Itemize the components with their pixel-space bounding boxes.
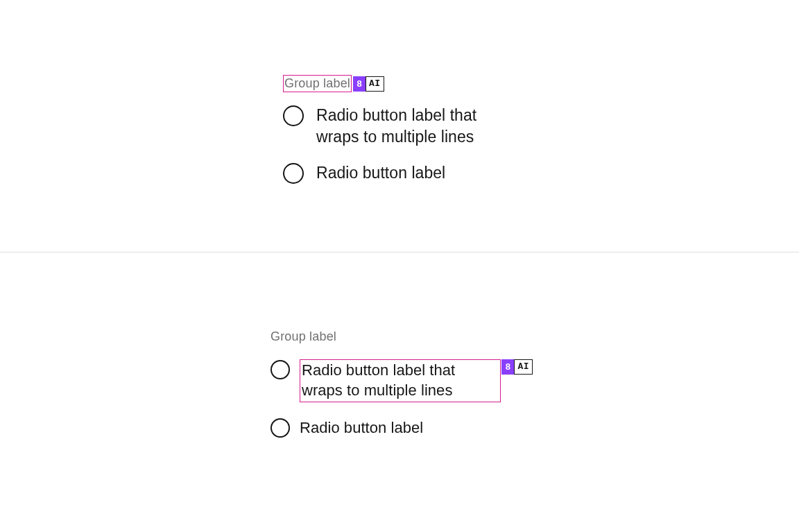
group-label: Group label bbox=[270, 329, 336, 345]
radio-label-highlight: Radio button label that wraps to multipl… bbox=[300, 359, 501, 402]
annotation-ai-badge: AI bbox=[366, 76, 384, 92]
radio-label: Radio button label bbox=[316, 162, 445, 183]
example-section-1: Group label 8 AI Radio button label that… bbox=[0, 0, 799, 252]
radio-circle-icon[interactable] bbox=[270, 360, 290, 379]
radio-option[interactable]: Radio button label that wraps to multipl… bbox=[270, 359, 501, 402]
example-section-2: Group label Radio button label that wrap… bbox=[0, 252, 799, 508]
annotation-number-badge: 8 bbox=[501, 359, 514, 375]
radio-button-group: Group label 8 AI Radio button label that… bbox=[283, 75, 517, 184]
radio-option[interactable]: Radio button label bbox=[270, 418, 501, 438]
radio-option[interactable]: Radio button label bbox=[283, 162, 517, 184]
annotation-number-badge: 8 bbox=[353, 76, 366, 92]
radio-label: Radio button label bbox=[300, 418, 423, 438]
radio-option[interactable]: Radio button label that wraps to multipl… bbox=[283, 105, 517, 147]
radio-circle-icon[interactable] bbox=[270, 418, 290, 438]
radio-circle-icon[interactable] bbox=[283, 105, 304, 126]
radio-label: Radio button label that wraps to multipl… bbox=[300, 359, 501, 402]
radio-circle-icon[interactable] bbox=[283, 163, 304, 184]
group-label-row: Group label bbox=[270, 329, 336, 345]
group-label-row: Group label 8 AI bbox=[283, 75, 384, 92]
annotation-badges: 8 AI bbox=[501, 359, 533, 375]
group-label: Group label bbox=[283, 75, 352, 92]
radio-label: Radio button label that wraps to multipl… bbox=[316, 105, 517, 147]
annotation-ai-badge: AI bbox=[514, 359, 533, 375]
annotation-badges: 8 AI bbox=[353, 76, 384, 92]
radio-label-text: Radio button label that wraps to multipl… bbox=[302, 361, 455, 399]
radio-button-group: Group label Radio button label that wrap… bbox=[270, 329, 501, 452]
